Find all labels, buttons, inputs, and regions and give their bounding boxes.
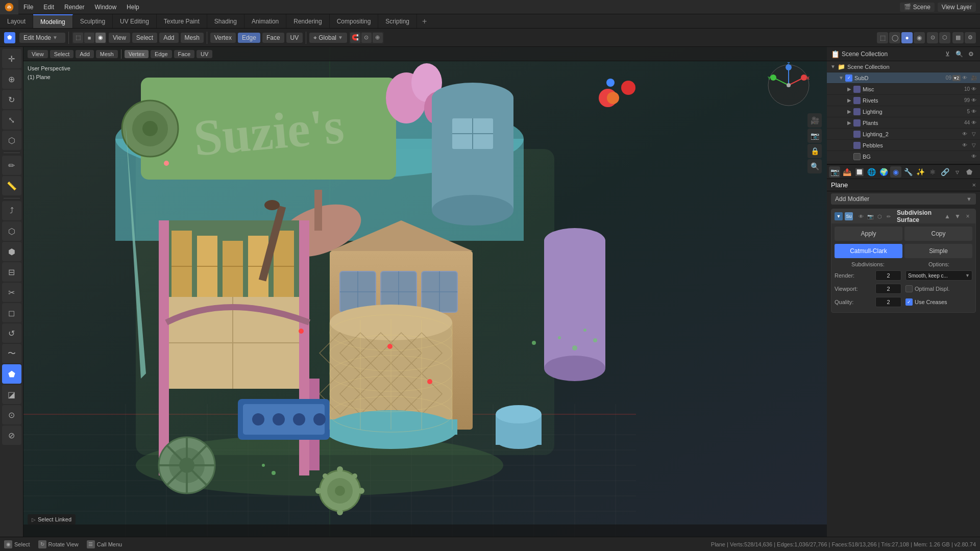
overlay-matcap-toggle[interactable]: ◉ (95, 33, 106, 43)
uv-btn-vp[interactable]: UV (197, 50, 212, 58)
tool-to-sphere[interactable]: ⊙ (2, 405, 21, 424)
tool-annotate[interactable]: ✏ (2, 156, 21, 175)
bg-visibility-btn[interactable]: 👁 (970, 153, 978, 161)
tab-texture-paint[interactable]: Texture Paint (157, 14, 207, 28)
tool-poly-build[interactable]: ◻ (2, 303, 21, 322)
tab-compositing[interactable]: Compositing (330, 14, 379, 28)
tool-rip[interactable]: ⊘ (2, 425, 21, 445)
tool-loop-cut[interactable]: ⊟ (2, 262, 21, 282)
modifier-expand-btn[interactable]: ▼ (835, 212, 843, 220)
lighting-visibility-btn[interactable]: 👁 (970, 108, 978, 116)
tool-cursor[interactable]: ✛ (2, 49, 21, 68)
uv-btn[interactable]: UV (286, 33, 303, 43)
prop-tab-view-layer[interactable]: 🔲 (853, 166, 865, 178)
prop-tab-scene[interactable]: 🌐 (866, 166, 877, 178)
tool-smooth[interactable]: 〜 (2, 344, 21, 363)
add-workspace-tab[interactable]: + (417, 14, 432, 28)
simple-btn[interactable]: Simple (904, 244, 972, 258)
tab-scripting[interactable]: Scripting (378, 14, 417, 28)
subd-camera-btn[interactable]: 🎥 (970, 74, 978, 82)
tree-item-bg[interactable]: ▶ BG 👁 (827, 151, 980, 162)
viewport-shading-render[interactable]: ◉ (914, 32, 925, 43)
prop-tab-particles[interactable]: ✨ (915, 166, 926, 178)
tree-item-plants[interactable]: ▶ Plants 44 👁 (827, 117, 980, 129)
render-value-input[interactable]: 2 (875, 270, 901, 281)
prop-tab-modifier[interactable]: 🔧 (902, 166, 914, 178)
vertex-mode-btn[interactable]: Vertex (210, 33, 236, 43)
expand-subd-icon[interactable]: ▼ (837, 74, 845, 82)
mod-realtime-toggle[interactable]: 👁 (857, 212, 865, 220)
tool-extrude[interactable]: ⤴ (2, 201, 21, 220)
tool-inset[interactable]: ⬡ (2, 221, 21, 241)
camera-view-btn[interactable]: 🎥 (807, 113, 822, 128)
expand-misc-icon[interactable]: ▶ (845, 85, 853, 93)
tool-active[interactable]: ⬟ (2, 364, 21, 384)
tool-move[interactable]: ⊕ (2, 69, 21, 89)
smooth-dropdown[interactable]: Smooth, keep c... ▼ (905, 270, 972, 281)
prop-tab-physics[interactable]: ⚛ (927, 166, 938, 178)
preferences-btn[interactable]: ⚙ (965, 32, 976, 43)
face-mode-btn[interactable]: Face (262, 33, 284, 43)
menu-render[interactable]: Render (59, 0, 89, 14)
viewport-shading-solid[interactable]: ◯ (889, 32, 900, 43)
viewport-shading-wire[interactable]: ⬚ (877, 32, 888, 43)
viewport-mesh-menu[interactable]: Mesh (96, 50, 118, 58)
viewport-3d[interactable]: Suzie's (23, 47, 827, 537)
expand-lighting-icon[interactable]: ▶ (845, 108, 853, 116)
outliner-settings-btn[interactable]: ⚙ (966, 49, 976, 59)
edit-mode-dropdown[interactable]: Edit Mode ▼ (19, 33, 65, 43)
mod-render-toggle[interactable]: 📷 (866, 212, 874, 220)
tool-transform[interactable]: ⬡ (2, 131, 21, 150)
menu-help[interactable]: Help (121, 0, 144, 14)
tab-rendering[interactable]: Rendering (286, 14, 329, 28)
lighting2-visibility-btn[interactable]: 👁 (961, 130, 969, 138)
menu-file[interactable]: File (18, 0, 38, 14)
add-menu[interactable]: Add (159, 33, 178, 43)
tool-knife[interactable]: ✂ (2, 283, 21, 302)
tool-shear[interactable]: ◪ (2, 385, 21, 404)
zoom-in-btn[interactable]: 🔍 (807, 159, 822, 173)
menu-window[interactable]: Window (89, 0, 121, 14)
tree-item-pebbles[interactable]: ▶ Pebbles 👁 ▽ (827, 140, 980, 151)
use-creases-checkbox[interactable]: ✓ (905, 298, 913, 306)
scene-selector[interactable]: 🎬 Scene (900, 3, 935, 12)
prop-tab-world[interactable]: 🌍 (878, 166, 889, 178)
mod-cage-toggle[interactable]: ⬡ (875, 212, 884, 220)
copy-button[interactable]: Copy (904, 227, 972, 241)
mod-move-up-btn[interactable]: ▲ (943, 212, 952, 221)
axis-toggle[interactable]: ⊕ (373, 33, 383, 43)
viewport-view-menu[interactable]: View (28, 50, 48, 58)
mod-delete-btn[interactable]: × (963, 212, 972, 221)
tab-uv-editing[interactable]: UV Editing (113, 14, 157, 28)
vertex-select-btn[interactable]: Vertex (125, 50, 149, 58)
prop-tab-object[interactable]: ◉ (890, 166, 901, 178)
snap-toggle[interactable]: 🧲 (350, 33, 360, 43)
tool-scale[interactable]: ⤡ (2, 110, 21, 130)
tab-sculpting[interactable]: Sculpting (73, 14, 113, 28)
lock-view-btn[interactable]: 🔒 (807, 144, 822, 158)
xray-toggle[interactable]: ⬡ (939, 32, 950, 43)
editor-type-btn[interactable]: ▦ (952, 32, 964, 43)
prop-tab-output[interactable]: 📤 (841, 166, 852, 178)
overlay-wire-toggle[interactable]: ⬚ (73, 33, 83, 43)
prop-tab-constraints[interactable]: 🔗 (939, 166, 950, 178)
overlay-solid-toggle[interactable]: ■ (84, 33, 94, 43)
mesh-menu[interactable]: Mesh (181, 33, 204, 43)
outliner-search-btn[interactable]: 🔍 (954, 49, 964, 59)
tool-spin[interactable]: ↺ (2, 323, 21, 343)
tab-shading[interactable]: Shading (207, 14, 244, 28)
plants-visibility-btn[interactable]: 👁 (970, 119, 978, 127)
blender-logo[interactable] (0, 0, 18, 14)
mod-move-down-btn[interactable]: ▼ (953, 212, 962, 221)
navigation-gizmo[interactable]: X Y Z (766, 62, 812, 108)
select-menu[interactable]: Select (132, 33, 157, 43)
viewport-shading-material[interactable]: ● (901, 32, 913, 43)
tree-item-lighting[interactable]: ▶ Lighting 5 👁 (827, 106, 980, 117)
transform-space-dropdown[interactable]: ⌖ Global ▼ (309, 33, 347, 43)
catmull-clark-btn[interactable]: Catmull-Clark (835, 244, 902, 258)
proportional-toggle[interactable]: ⊙ (361, 33, 372, 43)
outliner-filter-btn[interactable]: ⊻ (942, 49, 952, 59)
expand-icon[interactable]: ▼ (829, 63, 837, 71)
tree-item-subd[interactable]: ▼ ✓ SubD 09 ▾2 👁 🎥 (827, 72, 980, 84)
subd-visibility-btn[interactable]: 👁 (961, 74, 969, 82)
